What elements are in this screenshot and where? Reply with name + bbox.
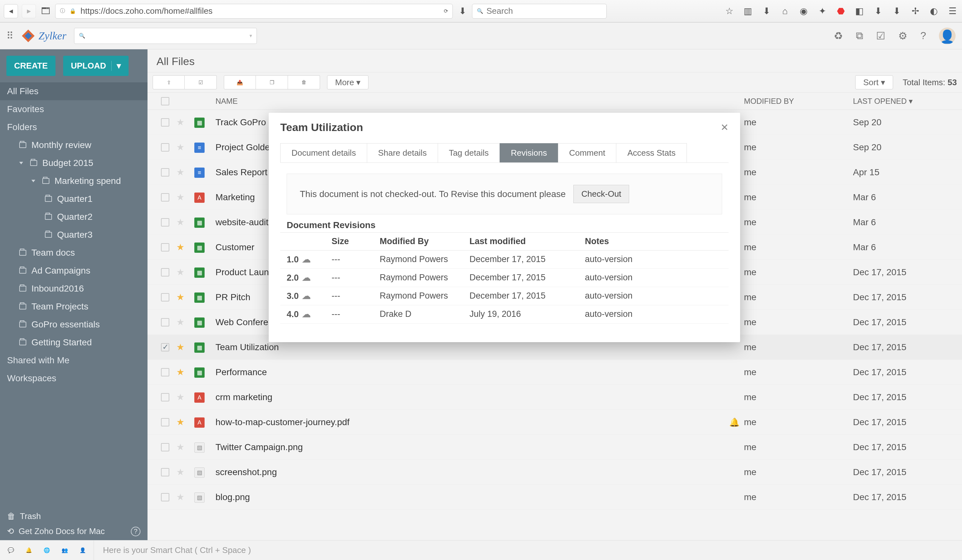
create-button[interactable]: CREATE bbox=[6, 56, 55, 76]
col-modified-by[interactable]: MODIFIED BY bbox=[744, 97, 853, 106]
star-icon[interactable]: ★ bbox=[176, 267, 184, 277]
ext4-icon[interactable]: ✢ bbox=[909, 5, 921, 17]
download-icon[interactable]: ☁ bbox=[302, 309, 311, 319]
table-row[interactable]: ★Ahow-to-map-customer-journey.pdf🔔meDec … bbox=[147, 410, 962, 435]
pocket-icon[interactable]: ◉ bbox=[798, 5, 809, 17]
sidebar-folder-quarter3[interactable]: Quarter3 bbox=[0, 226, 147, 244]
sidebar-folder-marketing-spend[interactable]: Marketing spend bbox=[0, 172, 147, 190]
sidebar-folder-budget-2015[interactable]: Budget 2015 bbox=[0, 154, 147, 172]
tab-document-details[interactable]: Document details bbox=[280, 143, 367, 163]
checkout-button[interactable]: Check-Out bbox=[573, 185, 629, 203]
table-row[interactable]: ★▧blog.pngmeDec 17, 2015 bbox=[147, 485, 962, 510]
row-checkbox[interactable] bbox=[161, 243, 169, 251]
globe-icon[interactable]: 🌐 bbox=[44, 547, 50, 553]
gear-icon[interactable]: ⚙ bbox=[898, 30, 907, 42]
file-name[interactable]: how-to-map-customer-journey.pdf bbox=[212, 417, 725, 427]
sidebar-trash[interactable]: 🗑Trash bbox=[7, 511, 140, 521]
row-checkbox[interactable] bbox=[161, 193, 169, 201]
table-row[interactable]: ★▧Twitter Campaign.pngmeDec 17, 2015 bbox=[147, 435, 962, 460]
bell-icon[interactable]: 🔔 bbox=[26, 547, 32, 553]
star-icon[interactable]: ★ bbox=[176, 392, 184, 402]
more-button[interactable]: More ▾ bbox=[327, 75, 368, 89]
file-name[interactable]: Team Utilization bbox=[212, 342, 725, 352]
tool-calendar-icon[interactable]: ☑ bbox=[185, 75, 217, 89]
sidebar-folder-gopro-essentials[interactable]: GoPro essentials bbox=[0, 315, 147, 333]
row-checkbox[interactable] bbox=[161, 468, 169, 476]
sidebar-shared-with-me[interactable]: Shared with Me bbox=[0, 351, 147, 369]
table-row[interactable]: ★▧screenshot.pngmeDec 17, 2015 bbox=[147, 460, 962, 485]
select-all-checkbox[interactable] bbox=[161, 97, 169, 105]
browser-search-input[interactable] bbox=[486, 6, 602, 16]
tab-share-details[interactable]: Share details bbox=[367, 143, 438, 163]
star-icon[interactable]: ☆ bbox=[723, 5, 735, 17]
star-icon[interactable]: ★ bbox=[176, 442, 184, 452]
file-name[interactable]: Performance bbox=[212, 367, 725, 377]
tasks-icon[interactable]: ☑ bbox=[876, 30, 885, 42]
brand[interactable]: Zylker bbox=[21, 29, 66, 43]
tab-comment[interactable]: Comment bbox=[558, 143, 617, 163]
file-name[interactable]: crm marketing bbox=[212, 392, 725, 402]
tool-share-icon[interactable]: ⇪ bbox=[153, 75, 185, 89]
star-icon[interactable]: ★ bbox=[176, 492, 184, 502]
star-icon[interactable]: ★ bbox=[176, 117, 184, 127]
star-icon[interactable]: ★ bbox=[176, 167, 184, 177]
tab-revisions[interactable]: Revisions bbox=[500, 143, 558, 163]
row-checkbox[interactable] bbox=[161, 443, 169, 451]
star-icon[interactable]: ★ bbox=[176, 367, 184, 377]
row-checkbox[interactable] bbox=[161, 393, 169, 401]
row-checkbox[interactable] bbox=[161, 118, 169, 127]
row-checkbox[interactable] bbox=[161, 318, 169, 327]
row-checkbox[interactable] bbox=[161, 418, 169, 426]
star-icon[interactable]: ★ bbox=[176, 417, 184, 427]
star-icon[interactable]: ★ bbox=[176, 342, 184, 352]
tool-delete-icon[interactable]: 🗑 bbox=[288, 75, 320, 89]
file-name[interactable]: Twitter Campaign.png bbox=[212, 442, 725, 452]
ext2-icon[interactable]: ⬇ bbox=[872, 5, 884, 17]
row-checkbox[interactable] bbox=[161, 293, 169, 301]
reload-icon[interactable]: ⟳ bbox=[444, 8, 448, 14]
back-button[interactable]: ◀ bbox=[4, 4, 18, 18]
help-icon[interactable]: ? bbox=[920, 30, 926, 42]
star-icon[interactable]: ★ bbox=[176, 317, 184, 327]
row-checkbox[interactable] bbox=[161, 368, 169, 377]
download-icon[interactable]: ⬇ bbox=[760, 5, 772, 17]
star-icon[interactable]: ★ bbox=[176, 467, 184, 477]
sidebar-folder-getting-started[interactable]: Getting Started bbox=[0, 333, 147, 351]
col-name[interactable]: NAME bbox=[212, 97, 725, 106]
file-name[interactable]: blog.png bbox=[212, 492, 725, 502]
star-icon[interactable]: ★ bbox=[176, 192, 184, 202]
sidebar-folder-team-projects[interactable]: Team Projects bbox=[0, 298, 147, 315]
row-checkbox[interactable] bbox=[161, 343, 169, 351]
star-icon[interactable]: ★ bbox=[176, 242, 184, 252]
tool-move-icon[interactable]: 📤 bbox=[224, 75, 256, 89]
search-dropdown-icon[interactable]: ▾ bbox=[250, 33, 252, 39]
col-last-opened[interactable]: LAST OPENED ▾ bbox=[853, 97, 956, 106]
abp-icon[interactable]: ⬣ bbox=[835, 5, 847, 17]
file-name[interactable]: screenshot.png bbox=[212, 467, 725, 477]
url-bar[interactable]: ⓘ 🔒 https://docs.zoho.com/home#allfiles … bbox=[55, 4, 453, 19]
download-icon[interactable]: ☁ bbox=[302, 291, 311, 301]
apps-grid-icon[interactable]: ⠿ bbox=[6, 30, 13, 41]
sort-button[interactable]: Sort ▾ bbox=[855, 75, 893, 89]
download-icon[interactable]: ☁ bbox=[302, 254, 311, 265]
sidebar-get-mac[interactable]: ⟲Get Zoho Docs for Mac? bbox=[7, 526, 140, 536]
forward-button[interactable]: ▶ bbox=[22, 4, 36, 18]
chat-icon[interactable]: 💬 bbox=[8, 547, 14, 553]
star-icon[interactable]: ★ bbox=[176, 217, 184, 227]
download-icon[interactable]: ☁ bbox=[302, 273, 311, 283]
contacts-icon[interactable]: 👥 bbox=[61, 547, 68, 553]
sidebar-folder-quarter2[interactable]: Quarter2 bbox=[0, 208, 147, 226]
upload-button[interactable]: UPLOAD ▾ bbox=[63, 56, 129, 76]
person-icon[interactable]: 👤 bbox=[79, 547, 86, 553]
ext1-icon[interactable]: ◧ bbox=[854, 5, 865, 17]
avatar[interactable]: 👤 bbox=[939, 27, 956, 44]
row-checkbox[interactable] bbox=[161, 218, 169, 227]
app-search[interactable]: 🔍 ▾ bbox=[74, 28, 257, 44]
row-checkbox[interactable] bbox=[161, 493, 169, 501]
tab-access-stats[interactable]: Access Stats bbox=[616, 143, 686, 163]
star-icon[interactable]: ★ bbox=[176, 292, 184, 302]
hamburger-icon[interactable]: ☰ bbox=[947, 5, 958, 17]
library-icon[interactable]: ▥ bbox=[742, 5, 754, 17]
download-arrow-icon[interactable]: ⬇ bbox=[457, 5, 468, 17]
dropbox-icon[interactable]: ⧉ bbox=[856, 30, 863, 42]
